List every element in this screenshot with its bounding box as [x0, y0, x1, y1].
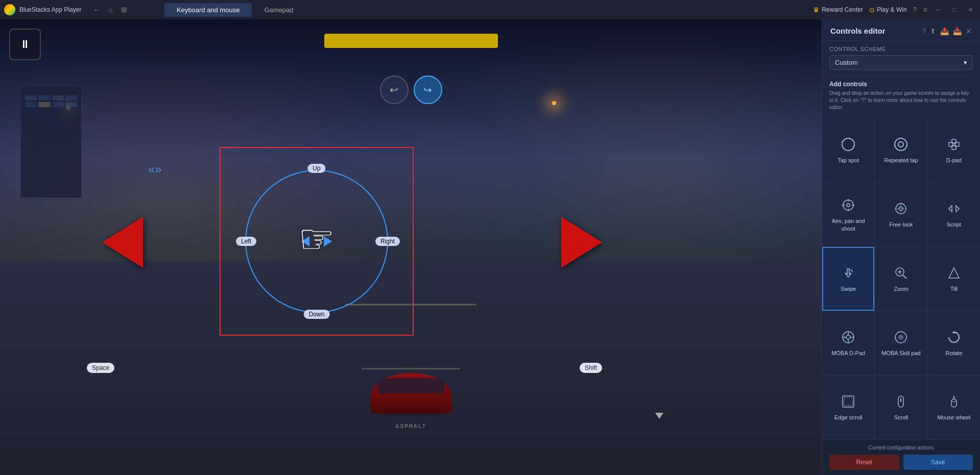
control-item-scroll[interactable]: Scroll — [875, 376, 927, 439]
road-signs: «» — [148, 162, 162, 177]
control-item-moba-d-pad[interactable]: MOBA D-Pad — [822, 311, 874, 375]
chevron-down-icon: ▾ — [964, 59, 967, 66]
panel-close-button[interactable]: ✕ — [966, 27, 972, 35]
control-item-edge-scroll[interactable]: Edge scroll — [822, 376, 874, 439]
svg-point-1 — [895, 138, 907, 151]
control-item-aim-pan-shoot[interactable]: Aim, pan and shoot — [822, 183, 874, 246]
save-button[interactable]: Save — [903, 455, 973, 470]
multi-window-button[interactable]: ⊞ — [118, 5, 130, 15]
script-label: Script — [947, 221, 961, 228]
tilt-icon — [947, 266, 961, 282]
right-arrow-icon: ↪ — [423, 84, 432, 96]
left-red-arrow — [102, 217, 143, 268]
control-item-d-pad[interactable]: D-pad — [928, 118, 980, 182]
panel-save-icon[interactable]: ⬆ — [930, 27, 936, 35]
space-label[interactable]: Space — [87, 363, 114, 373]
scheme-dropdown[interactable]: Custom ▾ — [829, 55, 973, 70]
car: ASPHALT — [370, 373, 452, 414]
hand-cursor-icon: ☞ — [298, 219, 335, 260]
controls-grid: Tap spotRepeated tapD-padAim, pan and sh… — [822, 118, 980, 439]
tab-gamepad[interactable]: Gamepad — [252, 3, 305, 17]
svg-rect-34 — [844, 397, 852, 406]
panel-upload-icon[interactable]: 📤 — [940, 27, 949, 35]
free-look-label: Free look — [890, 221, 913, 228]
repeated-tap-label: Repeated tap — [884, 157, 918, 164]
edge-scroll-icon — [841, 394, 855, 411]
titlebar: BlueStacks App Player ← ⌂ ⊞ Keyboard and… — [0, 0, 980, 19]
home-button[interactable]: ⌂ — [106, 5, 115, 15]
help-button[interactable]: ? — [913, 6, 917, 14]
building-left-1 — [20, 86, 82, 198]
add-controls-title: Add controls — [829, 81, 973, 88]
control-item-free-look[interactable]: Free look — [875, 183, 927, 246]
close-button[interactable]: ✕ — [965, 6, 976, 14]
add-controls-section: Add controls Drag and drop an action on … — [822, 76, 980, 118]
moba-skill-pad-icon — [894, 330, 908, 346]
swipe-label-right: Right — [375, 237, 400, 246]
panel-header: Controls editor ? ⬆ 📤 📥 ✕ — [822, 19, 980, 41]
pause-icon: ⏸ — [19, 38, 31, 51]
control-item-script[interactable]: Script — [928, 183, 980, 246]
control-item-tap-spot[interactable]: Tap spot — [822, 118, 874, 182]
reset-button[interactable]: Reset — [829, 455, 899, 470]
mouse-wheel-label: Mouse wheel — [937, 414, 970, 421]
control-item-tilt[interactable]: Tilt — [928, 247, 980, 311]
aim-pan-shoot-icon — [841, 198, 855, 214]
swipe-label-up: Up — [307, 164, 325, 173]
nav-left-arrow[interactable]: ↩ — [380, 76, 409, 104]
game-top-bar — [324, 34, 498, 48]
restore-button[interactable]: □ — [949, 6, 959, 14]
back-button[interactable]: ← — [90, 5, 103, 15]
crown-icon: ♛ — [813, 6, 820, 14]
tab-keyboard-mouse[interactable]: Keyboard and mouse — [164, 3, 252, 17]
control-scheme-label: Control scheme — [829, 46, 973, 52]
moba-d-pad-label: MOBA D-Pad — [831, 349, 865, 357]
add-controls-desc: Drag and drop an action on your game scr… — [829, 90, 973, 111]
scheme-value: Custom — [835, 59, 858, 66]
app-name: BlueStacks App Player — [19, 6, 81, 13]
nav-right-arrow[interactable]: ↪ — [414, 76, 442, 104]
tilt-label: Tilt — [950, 285, 958, 292]
d-pad-label: D-pad — [946, 157, 962, 164]
rotate-icon — [947, 330, 961, 346]
free-look-icon — [894, 202, 908, 218]
action-buttons: Reset Save — [829, 455, 973, 470]
game-logo-text: ASPHALT — [395, 423, 426, 429]
svg-point-8 — [847, 204, 850, 207]
minimize-button[interactable]: ─ — [934, 6, 944, 14]
menu-button[interactable]: ≡ — [923, 6, 927, 14]
tab-bar: Keyboard and mouse Gamepad — [164, 3, 306, 17]
svg-point-31 — [898, 335, 903, 340]
main-area: «» ⏸ ↩ ↪ Up Down — [0, 19, 980, 475]
panel-help-button[interactable]: ? — [922, 27, 926, 35]
panel-import-icon[interactable]: 📥 — [953, 27, 962, 35]
left-arrow-icon: ↩ — [390, 84, 398, 96]
shift-label[interactable]: Shift — [580, 363, 602, 373]
play-win[interactable]: ⊙ Play & Win — [869, 6, 907, 14]
scroll-icon — [894, 394, 908, 411]
panel-bottom: Current configuration actions Reset Save — [822, 439, 980, 475]
moba-d-pad-icon — [841, 330, 855, 346]
tap-spot-icon — [841, 137, 855, 154]
control-item-repeated-tap[interactable]: Repeated tap — [875, 118, 927, 182]
swipe-label-down: Down — [304, 310, 330, 319]
aim-pan-shoot-label: Aim, pan and shoot — [825, 217, 871, 232]
swipe-icon — [841, 266, 855, 282]
control-item-moba-skill-pad[interactable]: MOBA Skill pad — [875, 311, 927, 375]
svg-marker-23 — [949, 268, 959, 278]
control-item-zoom[interactable]: Zoom — [875, 247, 927, 311]
titlebar-right: ♛ Reward Center ⊙ Play & Win ? ≡ ─ □ ✕ — [813, 6, 976, 14]
rotate-label: Rotate — [946, 349, 962, 357]
swipe-control-widget[interactable]: Up Down Left Right ☞ — [220, 147, 414, 336]
control-item-rotate[interactable]: Rotate — [928, 311, 980, 375]
pause-button[interactable]: ⏸ — [9, 29, 41, 60]
control-item-swipe[interactable]: Swipe — [822, 247, 874, 311]
panel-title: Controls editor — [830, 27, 886, 35]
controls-panel: Controls editor ? ⬆ 📤 📥 ✕ Control scheme… — [822, 19, 980, 475]
script-icon — [947, 202, 961, 218]
app-logo — [4, 4, 15, 15]
control-item-mouse-wheel[interactable]: Mouse wheel — [928, 376, 980, 439]
svg-point-2 — [898, 142, 903, 147]
swipe-circle: Up Down Left Right ☞ — [245, 170, 388, 313]
reward-center[interactable]: ♛ Reward Center — [813, 6, 863, 14]
